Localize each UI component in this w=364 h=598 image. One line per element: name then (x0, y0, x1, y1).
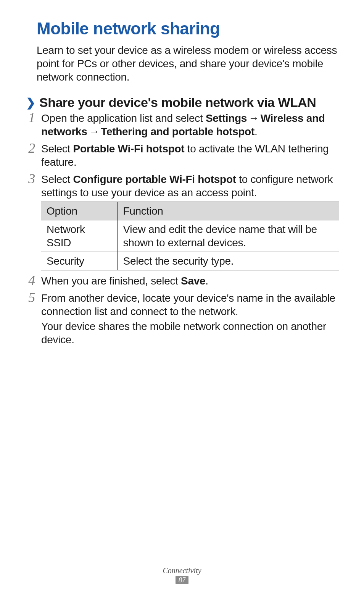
ui-label-tethering-hotspot: Tethering and portable hotspot (101, 126, 254, 137)
table-cell-function: View and edit the device name that will … (118, 220, 339, 252)
step-text: Select (41, 143, 73, 155)
step-5: From another device, locate your device'… (26, 291, 338, 346)
ui-label-configure-hotspot: Configure portable Wi-Fi hotspot (73, 173, 236, 185)
arrow-right-icon: → (87, 126, 101, 137)
step-text: Select (41, 173, 73, 185)
table-cell-option: Network SSID (41, 220, 118, 252)
table-cell-option: Security (41, 252, 118, 270)
page-number-badge: 87 (176, 576, 188, 584)
step-text: Your device shares the mobile network co… (41, 320, 338, 346)
page-footer: Connectivity 87 (0, 566, 364, 584)
table-cell-function: Select the security type. (118, 252, 339, 270)
subsection-heading: Share your device's mobile network via W… (39, 95, 316, 110)
options-table: Option Function Network SSID View and ed… (41, 202, 339, 270)
table-header-function: Function (118, 202, 339, 220)
page-title: Mobile network sharing (37, 19, 338, 38)
ui-label-portable-wifi-hotspot: Portable Wi-Fi hotspot (73, 143, 185, 155)
arrow-right-icon: → (247, 112, 261, 124)
table-row: Network SSID View and edit the device na… (41, 220, 339, 252)
step-text: . (254, 126, 257, 137)
step-text: . (205, 275, 208, 287)
step-text: From another device, locate your device'… (41, 291, 338, 318)
step-text: Open the application list and select (41, 112, 206, 124)
footer-section-label: Connectivity (0, 566, 364, 575)
intro-paragraph: Learn to set your device as a wireless m… (37, 44, 338, 84)
chevron-right-icon: ❯ (26, 96, 35, 109)
ui-label-save: Save (181, 275, 205, 287)
step-4: When you are finished, select Save. (26, 274, 338, 288)
step-text: When you are finished, select (41, 275, 181, 287)
step-2: Select Portable Wi-Fi hotspot to activat… (26, 142, 338, 169)
table-header-option: Option (41, 202, 118, 220)
step-1: Open the application list and select Set… (26, 112, 338, 138)
ui-label-settings: Settings (206, 112, 247, 124)
subsection-heading-row: ❯ Share your device's mobile network via… (26, 95, 338, 110)
instruction-list: Open the application list and select Set… (26, 112, 338, 346)
table-header-row: Option Function (41, 202, 339, 220)
step-3: Select Configure portable Wi-Fi hotspot … (26, 173, 338, 270)
table-row: Security Select the security type. (41, 252, 339, 270)
